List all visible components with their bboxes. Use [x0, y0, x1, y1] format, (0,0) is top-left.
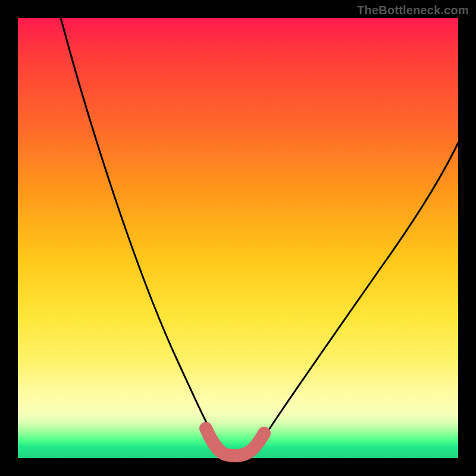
right-curve — [243, 143, 458, 456]
chart-svg — [18, 18, 458, 458]
left-curve — [61, 18, 231, 456]
valley-highlight — [206, 428, 264, 456]
chart-frame: TheBottleneck.com — [0, 0, 476, 476]
watermark-text: TheBottleneck.com — [357, 4, 469, 17]
